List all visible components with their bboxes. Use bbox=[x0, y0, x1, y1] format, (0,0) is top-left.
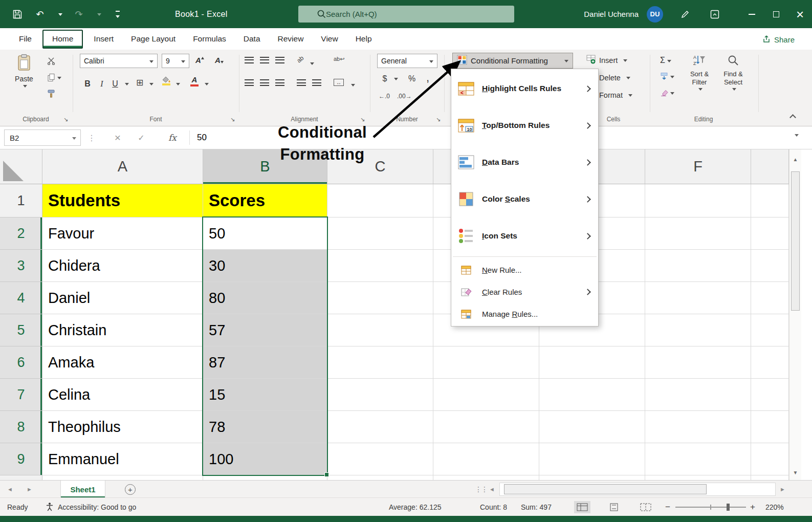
cell[interactable] bbox=[751, 282, 789, 314]
number-format-combo[interactable]: General bbox=[377, 54, 437, 68]
merge-center-dropdown-icon[interactable] bbox=[351, 84, 355, 86]
borders-dropdown-icon[interactable] bbox=[149, 83, 153, 85]
align-bottom-icon[interactable] bbox=[275, 57, 284, 63]
vertical-scrollbar[interactable] bbox=[789, 149, 801, 480]
cell[interactable]: Christain bbox=[42, 314, 203, 346]
menu-item-manage-rules[interactable]: Manage Rules... bbox=[451, 303, 598, 325]
scroll-up-icon[interactable] bbox=[789, 153, 801, 166]
row-header[interactable]: 4 bbox=[0, 282, 42, 314]
wrap-text-icon[interactable] bbox=[334, 56, 344, 62]
menu-item-icon-sets[interactable]: Icon Sets bbox=[451, 217, 598, 254]
align-right-icon[interactable] bbox=[275, 79, 284, 86]
redo-icon[interactable] bbox=[73, 8, 85, 21]
zoom-slider-thumb[interactable] bbox=[727, 504, 730, 511]
collapse-ribbon-icon[interactable] bbox=[789, 114, 796, 121]
menu-item-highlight-cells-rules[interactable]: < Highlight Cells Rules bbox=[451, 70, 598, 107]
cell[interactable] bbox=[645, 443, 751, 475]
active-cell[interactable]: 50 bbox=[203, 217, 327, 250]
cell[interactable] bbox=[751, 475, 789, 480]
currency-button[interactable]: $ bbox=[380, 71, 390, 86]
copy-icon[interactable] bbox=[47, 73, 61, 82]
tab-review[interactable]: Review bbox=[269, 28, 313, 50]
cell[interactable] bbox=[433, 443, 539, 475]
hscroll-left-icon[interactable] bbox=[489, 481, 495, 498]
borders-icon[interactable] bbox=[136, 77, 143, 88]
paste-dropdown-icon[interactable] bbox=[23, 85, 27, 88]
cell[interactable] bbox=[751, 250, 789, 282]
font-dialog-launcher-icon[interactable] bbox=[230, 116, 235, 123]
fill-color-icon[interactable] bbox=[162, 75, 171, 85]
cell[interactable] bbox=[539, 475, 645, 480]
cell[interactable]: Celina bbox=[42, 379, 203, 411]
conditional-formatting-button[interactable]: Conditional Formatting bbox=[452, 53, 573, 69]
align-left-icon[interactable] bbox=[245, 79, 254, 86]
cell[interactable]: Favour bbox=[42, 217, 203, 250]
cell[interactable] bbox=[327, 217, 433, 250]
column-header-f[interactable]: F bbox=[645, 149, 751, 184]
cell[interactable]: Emmanuel bbox=[42, 443, 203, 475]
tab-insert[interactable]: Insert bbox=[85, 28, 122, 50]
increase-font-size-icon[interactable] bbox=[195, 56, 204, 64]
share-button[interactable]: Share bbox=[762, 32, 795, 47]
cell[interactable] bbox=[645, 217, 751, 250]
cell[interactable] bbox=[645, 282, 751, 314]
decrease-indent-icon[interactable] bbox=[297, 79, 306, 86]
tab-data[interactable]: Data bbox=[235, 28, 269, 50]
cell[interactable]: Theophilus bbox=[42, 411, 203, 443]
font-color-dropdown-icon[interactable] bbox=[205, 83, 209, 85]
number-dialog-launcher-icon[interactable] bbox=[436, 116, 441, 123]
cut-icon[interactable] bbox=[47, 57, 55, 65]
undo-dropdown-icon[interactable] bbox=[58, 13, 62, 16]
row-header[interactable]: 7 bbox=[0, 379, 42, 411]
next-sheet-icon[interactable] bbox=[27, 481, 32, 498]
formula-bar-drag-icon[interactable] bbox=[88, 129, 95, 146]
cancel-icon[interactable] bbox=[111, 129, 125, 146]
cell[interactable]: 100 bbox=[203, 443, 327, 475]
row-header[interactable] bbox=[0, 475, 42, 480]
menu-item-top-bottom-rules[interactable]: 10 Top/Bottom Rules bbox=[451, 107, 598, 144]
cell[interactable] bbox=[645, 411, 751, 443]
cell[interactable] bbox=[751, 443, 789, 475]
fill-handle[interactable] bbox=[324, 472, 329, 477]
cell[interactable] bbox=[645, 314, 751, 346]
row-header[interactable]: 2 bbox=[0, 217, 42, 250]
vertical-scroll-thumb[interactable] bbox=[791, 171, 800, 311]
autosum-button[interactable]: Σ bbox=[660, 56, 671, 65]
zoom-slider[interactable] bbox=[675, 507, 746, 508]
hscroll-right-icon[interactable] bbox=[780, 481, 785, 498]
tab-home[interactable]: Home bbox=[42, 30, 83, 49]
comma-button[interactable]: , bbox=[424, 70, 432, 85]
row-header[interactable]: 9 bbox=[0, 443, 42, 475]
cell[interactable] bbox=[645, 475, 751, 480]
cell[interactable]: 80 bbox=[203, 282, 327, 314]
cell[interactable] bbox=[645, 346, 751, 379]
cell[interactable] bbox=[539, 346, 645, 379]
bold-button[interactable]: B bbox=[81, 76, 94, 92]
sort-filter-button[interactable]: AZ Sort &Filter bbox=[684, 54, 715, 90]
previous-sheet-icon[interactable] bbox=[7, 481, 13, 498]
cell[interactable] bbox=[751, 379, 789, 411]
row-header[interactable]: 6 bbox=[0, 346, 42, 379]
maximize-button[interactable] bbox=[764, 0, 788, 28]
decrease-decimal-icon[interactable] bbox=[397, 93, 412, 100]
cell[interactable] bbox=[327, 346, 433, 379]
enter-icon[interactable] bbox=[134, 129, 148, 146]
underline-button[interactable]: U bbox=[109, 76, 121, 92]
align-top-icon[interactable] bbox=[245, 57, 254, 63]
new-sheet-button[interactable] bbox=[125, 484, 136, 495]
zoom-out-button[interactable] bbox=[665, 498, 670, 516]
close-button[interactable] bbox=[788, 0, 812, 28]
cell[interactable] bbox=[751, 184, 789, 217]
cell[interactable] bbox=[42, 475, 203, 480]
fill-down-icon[interactable] bbox=[660, 72, 674, 80]
cell[interactable] bbox=[645, 250, 751, 282]
increase-indent-icon[interactable] bbox=[312, 79, 321, 86]
cell[interactable]: 78 bbox=[203, 411, 327, 443]
cell[interactable] bbox=[327, 475, 433, 480]
tab-splitter-icon[interactable] bbox=[475, 481, 487, 498]
find-select-button[interactable]: Find &Select bbox=[717, 54, 749, 90]
column-header-a[interactable]: A bbox=[42, 149, 203, 184]
cell[interactable] bbox=[539, 411, 645, 443]
formula-input[interactable]: 50 bbox=[197, 129, 207, 146]
search-input[interactable] bbox=[326, 10, 495, 18]
